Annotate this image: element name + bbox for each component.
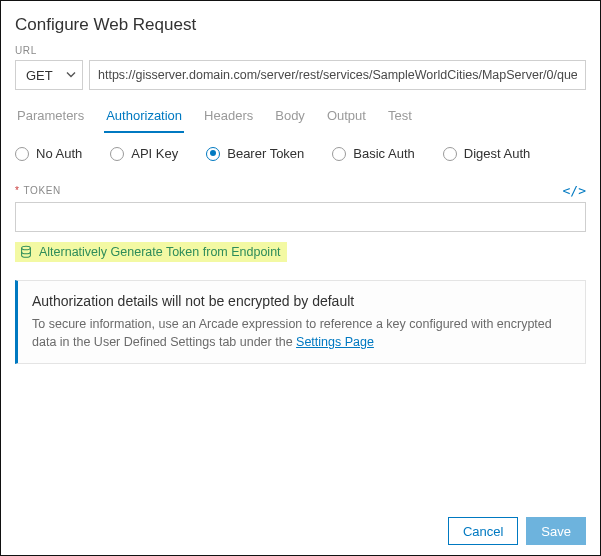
- url-input[interactable]: [89, 60, 586, 90]
- code-toggle-icon[interactable]: </>: [563, 183, 586, 198]
- tab-output[interactable]: Output: [325, 104, 368, 133]
- tab-body[interactable]: Body: [273, 104, 307, 133]
- tab-headers[interactable]: Headers: [202, 104, 255, 133]
- url-label: URL: [15, 45, 586, 56]
- info-body-text: To secure information, use an Arcade exp…: [32, 317, 552, 349]
- tab-authorization[interactable]: Authorization: [104, 104, 184, 133]
- radio-icon: [15, 147, 29, 161]
- url-row: GET: [15, 60, 586, 90]
- radio-bearer-token[interactable]: Bearer Token: [206, 146, 304, 161]
- radio-label: Digest Auth: [464, 146, 531, 161]
- http-method-value: GET: [26, 68, 53, 83]
- radio-icon: [206, 147, 220, 161]
- radio-label: Basic Auth: [353, 146, 414, 161]
- chevron-down-icon: [66, 68, 76, 83]
- radio-digest-auth[interactable]: Digest Auth: [443, 146, 531, 161]
- encryption-info-box: Authorization details will not be encryp…: [15, 280, 586, 364]
- radio-label: Bearer Token: [227, 146, 304, 161]
- radio-no-auth[interactable]: No Auth: [15, 146, 82, 161]
- dialog-footer: Cancel Save: [15, 507, 586, 545]
- radio-icon: [443, 147, 457, 161]
- cancel-button[interactable]: Cancel: [448, 517, 518, 545]
- radio-icon: [332, 147, 346, 161]
- tab-parameters[interactable]: Parameters: [15, 104, 86, 133]
- info-title: Authorization details will not be encryp…: [32, 293, 571, 309]
- save-button[interactable]: Save: [526, 517, 586, 545]
- svg-point-0: [22, 246, 31, 250]
- token-label-text: TOKEN: [24, 185, 61, 196]
- tab-test[interactable]: Test: [386, 104, 414, 133]
- configure-web-request-dialog: Configure Web Request URL GET Parameters…: [0, 0, 601, 556]
- token-input[interactable]: [15, 202, 586, 232]
- http-method-select[interactable]: GET: [15, 60, 83, 90]
- info-body: To secure information, use an Arcade exp…: [32, 315, 571, 351]
- radio-basic-auth[interactable]: Basic Auth: [332, 146, 414, 161]
- radio-icon: [110, 147, 124, 161]
- required-mark: *: [15, 185, 20, 196]
- database-icon: [19, 245, 33, 259]
- radio-label: No Auth: [36, 146, 82, 161]
- tabs: Parameters Authorization Headers Body Ou…: [15, 104, 586, 134]
- generate-token-link-text: Alternatively Generate Token from Endpoi…: [39, 245, 281, 259]
- auth-type-radio-group: No Auth API Key Bearer Token Basic Auth …: [15, 146, 586, 161]
- generate-token-link[interactable]: Alternatively Generate Token from Endpoi…: [15, 242, 287, 262]
- token-label: *TOKEN: [15, 185, 61, 196]
- dialog-title: Configure Web Request: [15, 15, 586, 35]
- token-label-row: *TOKEN </>: [15, 183, 586, 198]
- radio-label: API Key: [131, 146, 178, 161]
- radio-api-key[interactable]: API Key: [110, 146, 178, 161]
- settings-page-link[interactable]: Settings Page: [296, 335, 374, 349]
